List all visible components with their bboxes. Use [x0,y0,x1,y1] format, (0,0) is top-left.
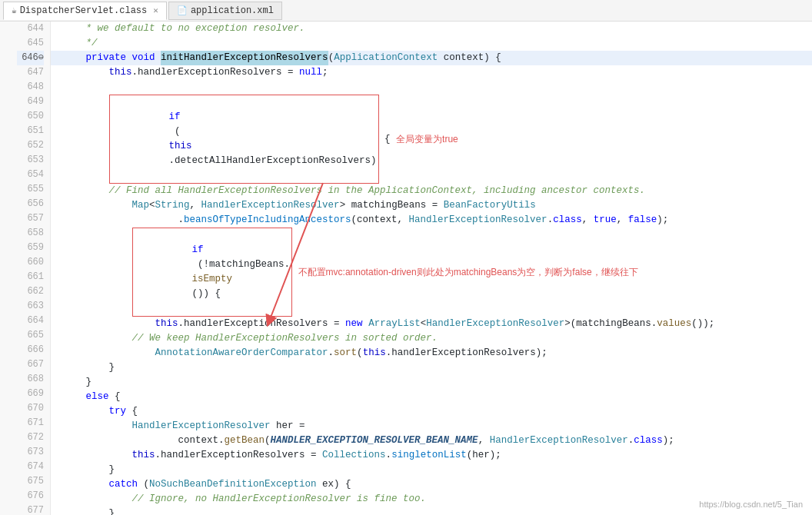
line-num-673: 673 [17,445,44,460]
tab-label-2: application.xml [191,5,274,16]
line-num-675: 675 [17,474,44,489]
line-num-663: 663 [17,299,44,314]
line-num-655: 655 [17,182,44,197]
line-num-668: 668 [17,372,44,387]
breakpoint-gutter [0,22,11,515]
line-num-654: 654 [17,168,44,182]
line-num-677: 677 [17,503,44,515]
line-num-664: 664 [17,314,44,328]
line-num-666: 666 [17,343,44,357]
code-line-649: if ( this .detectAllHandlerExceptionReso… [51,95,812,184]
code-line-660: try { [51,404,812,419]
code-wrapper: 644 645 646⊖ 647 648 649 650 651 652 653… [0,22,812,515]
code-line-661: HandlerExceptionResolver her = [51,419,812,434]
line-num-648: 648 [17,80,44,95]
code-line-662: context. getBean ( HANDLER_EXCEPTION_RES… [51,434,812,448]
code-line-652: . beansOfTypeIncludingAncestors (context… [51,213,812,228]
line-num-650: 650 [17,109,44,124]
code-line-658: } [51,375,812,390]
line-num-662: 662 [17,284,44,299]
tab-application-xml[interactable]: 📄 application.xml [168,2,282,20]
line-num-671: 671 [17,416,44,430]
code-line-659: else { [51,390,812,404]
line-num-670: 670 [17,401,44,416]
xml-icon: 📄 [177,5,188,15]
java-icon: ☕ [12,5,17,15]
line-num-661: 661 [17,270,44,284]
watermark: https://blog.csdn.net/5_Tian [699,500,803,509]
line-num-659: 659 [17,241,44,255]
code-content[interactable]: * we default to no exception resolver. *… [51,22,812,515]
line-num-667: 667 [17,357,44,372]
code-line-644: * we default to no exception resolver. [51,22,812,36]
line-num-672: 672 [17,430,44,445]
code-line-655: // We keep HandlerExceptionResolvers in … [51,331,812,346]
line-num-644: 644 [17,22,44,36]
line-num-660: 660 [17,255,44,270]
line-num-649: 649 [17,95,44,109]
line-num-674: 674 [17,460,44,474]
code-line-667: } [51,507,812,515]
code-line-657: } [51,360,812,375]
code-line-645: */ [51,36,812,51]
line-num-647: 647 [17,65,44,80]
code-line-664: } [51,463,812,477]
line-num-669: 669 [17,387,44,401]
line-num-658: 658 [17,226,44,241]
code-line-647: this .handlerExceptionResolvers = null ; [51,65,812,80]
line-num-651: 651 [17,124,44,138]
line-num-646: 646⊖ [17,51,44,65]
code-line-656: AnnotationAwareOrderComparator . sort ( … [51,346,812,360]
code-line-654: this .handlerExceptionResolvers = new Ar… [51,317,812,331]
line-num-676: 676 [17,489,44,503]
tab-label-1: DispatcherServlet.class [20,5,148,16]
editor-container: ☕ DispatcherServlet.class ✕ 📄 applicatio… [0,0,812,515]
tab-close-1[interactable]: ✕ [153,5,158,15]
code-line-666: // Ignore, no HandlerExceptionResolver i… [51,492,812,507]
line-numbers: 644 645 646⊖ 647 648 649 650 651 652 653… [11,22,51,515]
line-num-652: 652 [17,138,44,153]
code-line-653: if (!matchingBeans. isEmpty ()) { 不配置mvc… [51,228,812,317]
line-num-665: 665 [17,328,44,343]
code-line-650: // Find all HandlerExceptionResolvers in… [51,184,812,198]
code-line-665: catch ( NoSuchBeanDefinitionException ex… [51,477,812,492]
line-num-645: 645 [17,36,44,51]
tab-dispatcher-servlet[interactable]: ☕ DispatcherServlet.class ✕ [3,2,167,20]
line-num-657: 657 [17,211,44,226]
code-line-663: this .handlerExceptionResolvers = Collec… [51,448,812,463]
line-num-653: 653 [17,153,44,168]
code-line-651: Map < String , HandlerExceptionResolver … [51,198,812,213]
tab-bar: ☕ DispatcherServlet.class ✕ 📄 applicatio… [0,0,812,22]
code-line-648 [51,80,812,95]
code-line-646: private void initHandlerExceptionResolve… [51,51,812,65]
line-num-656: 656 [17,197,44,211]
